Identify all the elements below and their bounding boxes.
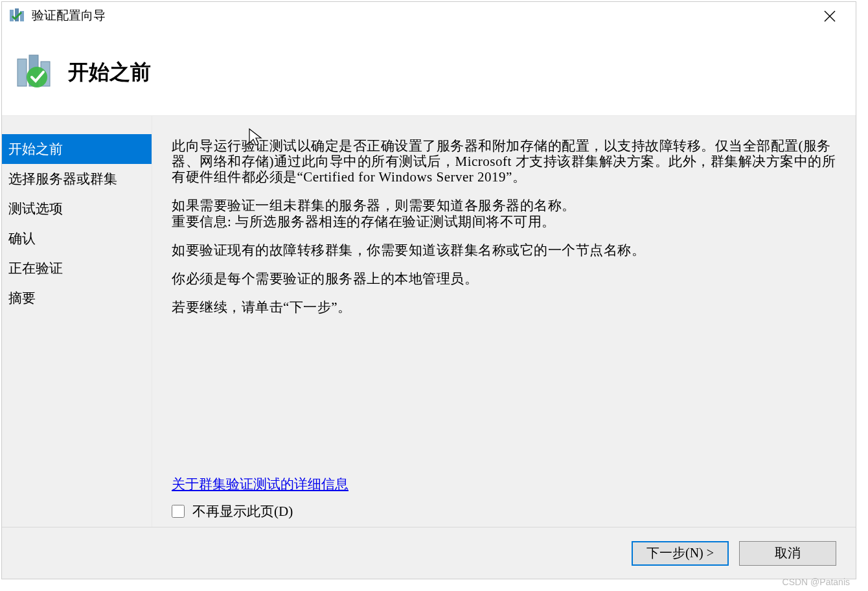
content-paragraph: 若要继续，请单击“下一步”。 xyxy=(172,299,836,315)
content-text: 此向导运行验证测试以确定是否正确设置了服务器和附加存储的配置，以支持故障转移。仅… xyxy=(172,138,836,328)
next-button[interactable]: 下一步(N) > xyxy=(632,541,729,566)
header-section: 开始之前 xyxy=(2,29,856,116)
sidebar: 开始之前 选择服务器或群集 测试选项 确认 正在验证 摘要 xyxy=(2,116,152,527)
cancel-button[interactable]: 取消 xyxy=(739,541,836,566)
wizard-header-icon xyxy=(15,52,55,93)
svg-point-8 xyxy=(27,67,47,87)
sidebar-item-label: 摘要 xyxy=(8,290,36,305)
watermark: CSDN @Patanis xyxy=(782,577,850,587)
title-bar: 验证配置向导 xyxy=(2,2,856,29)
sidebar-item-label: 确认 xyxy=(8,231,36,246)
window-title: 验证配置向导 xyxy=(32,7,106,24)
sidebar-item-label: 正在验证 xyxy=(8,261,63,275)
wizard-app-icon xyxy=(8,7,25,24)
footer: 下一步(N) > 取消 xyxy=(2,527,856,579)
sidebar-item-label: 开始之前 xyxy=(8,141,63,156)
content-pane: 此向导运行验证测试以确定是否正确设置了服务器和附加存储的配置，以支持故障转移。仅… xyxy=(152,116,856,527)
body-section: 开始之前 选择服务器或群集 测试选项 确认 正在验证 摘要 此向导运行验证测试以… xyxy=(2,116,856,527)
sidebar-item-label: 选择服务器或群集 xyxy=(8,171,117,186)
close-button[interactable] xyxy=(817,8,843,25)
sidebar-item-confirm[interactable]: 确认 xyxy=(2,224,152,253)
sidebar-item-select-servers[interactable]: 选择服务器或群集 xyxy=(2,164,152,194)
sidebar-item-validating[interactable]: 正在验证 xyxy=(2,253,152,283)
dont-show-again-checkbox[interactable] xyxy=(172,505,185,518)
wizard-window: 验证配置向导 开始之前 开始之前 选择服务器或群集 xyxy=(1,1,856,579)
content-paragraph: 你必须是每个需要验证的服务器上的本地管理员。 xyxy=(172,271,836,286)
svg-rect-5 xyxy=(17,59,27,86)
close-icon xyxy=(823,10,836,23)
content-paragraph: 如果需要验证一组未群集的服务器，则需要知道各服务器的名称。 重要信息: 与所选服… xyxy=(172,198,836,229)
sidebar-item-before-begin[interactable]: 开始之前 xyxy=(2,134,152,164)
page-title: 开始之前 xyxy=(68,58,151,87)
dont-show-again-label: 不再显示此页(D) xyxy=(192,502,293,520)
content-paragraph: 如要验证现有的故障转移群集，你需要知道该群集名称或它的一个节点名称。 xyxy=(172,242,836,258)
sidebar-item-label: 测试选项 xyxy=(8,201,63,216)
content-paragraph: 此向导运行验证测试以确定是否正确设置了服务器和附加存储的配置，以支持故障转移。仅… xyxy=(172,138,836,185)
sidebar-item-test-options[interactable]: 测试选项 xyxy=(2,194,152,224)
sidebar-item-summary[interactable]: 摘要 xyxy=(2,283,152,313)
more-info-link[interactable]: 关于群集验证测试的详细信息 xyxy=(172,476,348,492)
